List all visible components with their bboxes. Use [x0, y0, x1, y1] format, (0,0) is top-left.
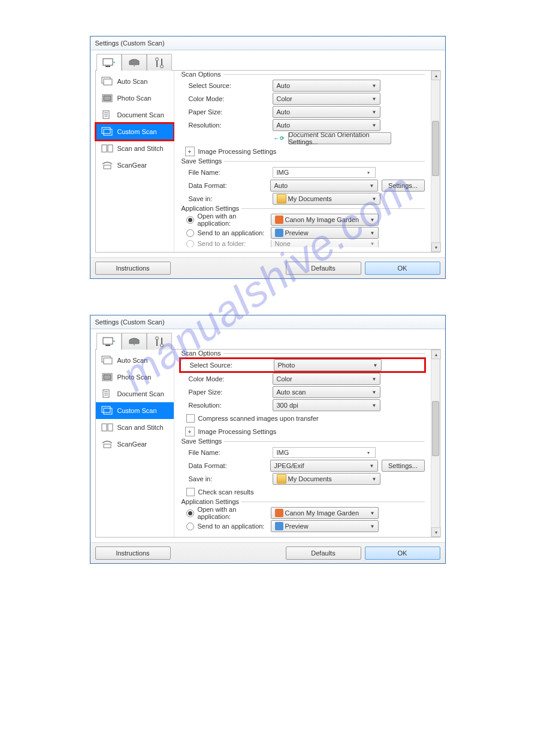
tab-computer-icon[interactable] [96, 333, 122, 351]
scrollbar[interactable]: ▴ ▾ [431, 350, 440, 537]
sidebar-item-auto-scan[interactable]: Auto Scan [96, 352, 174, 369]
save-in-dropdown[interactable]: My Documents▼ [273, 193, 380, 205]
send-to-radio[interactable] [186, 229, 194, 237]
content-pane: Scan Options Select Source:Photo▼ Color … [174, 350, 431, 537]
svg-rect-18 [108, 145, 113, 152]
tab-scanner-icon[interactable] [122, 333, 147, 351]
paper-size-dropdown[interactable]: Auto▼ [273, 106, 380, 118]
sidebar-item-document-scan[interactable]: Document Scan [96, 385, 174, 402]
scangear-icon [101, 160, 114, 171]
save-in-dropdown[interactable]: My Documents▼ [273, 473, 380, 485]
paper-size-dropdown[interactable]: Auto scan▼ [273, 386, 380, 398]
custom-scan-icon [101, 126, 114, 137]
expand-ips-button[interactable]: + [185, 147, 195, 156]
paper-size-label: Paper Size: [180, 388, 273, 396]
sidebar-item-scan-stitch[interactable]: Scan and Stitch [96, 419, 174, 436]
send-to-dropdown[interactable]: Preview▼ [271, 227, 379, 239]
data-format-dropdown[interactable]: Auto▼ [270, 180, 378, 192]
file-name-field[interactable]: IMG▾ [273, 167, 376, 178]
sidebar-item-document-scan[interactable]: Document Scan [96, 107, 174, 123]
svg-rect-4 [156, 60, 158, 67]
chevron-down-icon: ▼ [371, 363, 380, 368]
scroll-down-icon[interactable]: ▾ [431, 242, 441, 252]
svg-rect-17 [102, 145, 107, 152]
send-to-dropdown[interactable]: Preview▼ [271, 520, 379, 532]
color-mode-dropdown[interactable]: Color▼ [273, 93, 380, 105]
chevron-down-icon: ▼ [370, 403, 379, 408]
scan-stitch-icon [101, 422, 114, 433]
scroll-up-icon[interactable]: ▴ [431, 71, 441, 80]
sidebar-item-photo-scan[interactable]: Photo Scan [96, 369, 174, 385]
orientation-settings-button[interactable]: Document Scan Orientation Settings... [288, 132, 391, 144]
defaults-button[interactable]: Defaults [286, 262, 361, 275]
color-mode-dropdown[interactable]: Color▼ [273, 373, 380, 385]
defaults-button[interactable]: Defaults [286, 546, 361, 560]
data-format-dropdown[interactable]: JPEG/Exif▼ [270, 460, 378, 472]
sidebar-item-custom-scan[interactable]: Custom Scan [96, 123, 174, 140]
expand-ips-button[interactable]: + [185, 427, 195, 436]
scan-options-title: Scan Options [182, 350, 223, 357]
check-results-checkbox[interactable] [186, 488, 195, 496]
sidebar: Auto Scan Photo Scan Document Scan Custo… [96, 350, 174, 537]
compress-checkbox[interactable] [186, 414, 195, 423]
sidebar-item-scan-stitch[interactable]: Scan and Stitch [96, 140, 174, 157]
send-to-label: Send to an application: [198, 229, 271, 236]
send-to-radio[interactable] [186, 523, 194, 530]
instructions-button[interactable]: Instructions [95, 262, 171, 275]
send-folder-radio[interactable] [186, 240, 194, 247]
save-in-label: Save in: [180, 195, 273, 202]
resolution-dropdown[interactable]: 300 dpi▼ [273, 399, 380, 411]
auto-scan-icon [101, 355, 114, 366]
scrollbar[interactable]: ▴ ▾ [431, 71, 440, 252]
svg-point-23 [155, 337, 158, 340]
chevron-down-icon: ▼ [368, 241, 377, 247]
svg-rect-24 [156, 339, 158, 346]
save-in-label: Save in: [180, 475, 273, 482]
send-to-label: Send to an application: [198, 523, 271, 530]
format-settings-button[interactable]: Settings... [382, 180, 425, 192]
open-with-radio[interactable] [186, 216, 194, 224]
svg-point-25 [160, 344, 163, 347]
restore-default-icon[interactable]: ←⟳ [273, 135, 286, 142]
open-with-label: Open with an application: [198, 506, 271, 520]
select-source-dropdown[interactable]: Auto▼ [273, 80, 380, 92]
scroll-thumb[interactable] [432, 401, 439, 456]
open-with-radio[interactable] [186, 509, 194, 517]
scan-stitch-icon [101, 143, 114, 154]
resolution-label: Resolution: [180, 402, 273, 409]
svg-rect-21 [105, 345, 110, 346]
send-folder-dropdown[interactable]: None▼ [271, 240, 379, 247]
scroll-down-icon[interactable]: ▾ [431, 527, 441, 537]
tab-tools-icon[interactable] [147, 333, 172, 351]
sidebar-item-scangear[interactable]: ScanGear [96, 157, 174, 174]
scroll-thumb[interactable] [432, 121, 439, 176]
open-with-dropdown[interactable]: Canon My Image Garden▼ [271, 507, 379, 519]
sidebar-item-photo-scan[interactable]: Photo Scan [96, 90, 174, 107]
resolution-dropdown[interactable]: Auto▼ [273, 119, 380, 131]
ok-button[interactable]: OK [365, 262, 440, 275]
sidebar: Auto Scan Photo Scan Document Scan Custo… [96, 71, 174, 252]
paper-size-label: Paper Size: [180, 108, 273, 116]
sidebar-item-label: Auto Scan [117, 78, 148, 85]
sidebar-item-label: ScanGear [117, 162, 147, 169]
svg-rect-6 [161, 59, 162, 65]
chevron-down-icon: ▼ [370, 110, 379, 115]
sidebar-item-custom-scan[interactable]: Custom Scan [96, 402, 174, 419]
sidebar-item-label: Document Scan [117, 390, 164, 397]
settings-dialog-1: Settings (Custom Scan) Auto Scan Photo S… [90, 36, 446, 279]
scroll-up-icon[interactable]: ▴ [431, 350, 441, 359]
select-source-dropdown[interactable]: Photo▼ [274, 359, 382, 371]
folder-icon [277, 474, 286, 484]
content-pane: Scan Options Select Source:Auto▼ Color M… [174, 71, 431, 252]
ok-button[interactable]: OK [365, 546, 440, 560]
tab-scanner-icon[interactable] [122, 54, 147, 72]
sidebar-item-auto-scan[interactable]: Auto Scan [96, 73, 174, 90]
instructions-button[interactable]: Instructions [95, 546, 171, 560]
tab-computer-icon[interactable] [96, 54, 122, 72]
tab-tools-icon[interactable] [147, 54, 172, 72]
sidebar-item-label: Auto Scan [117, 357, 148, 364]
sidebar-item-scangear[interactable]: ScanGear [96, 436, 174, 453]
format-settings-button[interactable]: Settings... [382, 460, 425, 472]
open-with-dropdown[interactable]: Canon My Image Garden▼ [271, 214, 379, 226]
file-name-field[interactable]: IMG▾ [273, 447, 376, 458]
